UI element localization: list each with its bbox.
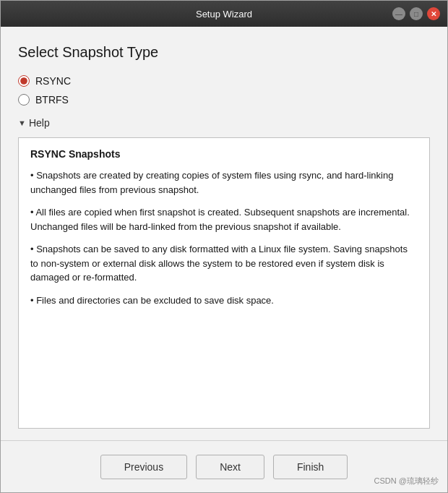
previous-button[interactable]: Previous <box>100 455 187 479</box>
snapshot-type-radio-group: RSYNC BTRFS <box>18 75 430 106</box>
setup-wizard-window: Setup Wizard — □ ✕ Select Snapshot Type … <box>0 0 448 493</box>
watermark: CSDN @琉璃轻纱 <box>374 476 439 486</box>
btrfs-radio-label[interactable]: BTRFS <box>18 94 430 106</box>
titlebar-controls: — □ ✕ <box>392 7 440 20</box>
btrfs-radio-input[interactable] <box>18 94 30 106</box>
help-box: RSYNC Snapshots • Snapshots are created … <box>18 137 430 429</box>
rsync-radio-label[interactable]: RSYNC <box>18 75 430 87</box>
page-title: Select Snapshot Type <box>18 44 430 61</box>
finish-button[interactable]: Finish <box>273 455 348 479</box>
footer: Previous Next Finish CSDN @琉璃轻纱 <box>1 440 447 492</box>
minimize-button[interactable]: — <box>392 7 405 20</box>
help-box-title: RSYNC Snapshots <box>30 148 418 160</box>
maximize-icon: □ <box>414 10 418 18</box>
close-button[interactable]: ✕ <box>427 7 440 20</box>
finish-label: Finish <box>297 461 324 473</box>
help-toggle[interactable]: ▼ Help <box>18 117 50 129</box>
next-button[interactable]: Next <box>196 455 264 479</box>
help-paragraph-1: • Snapshots are created by creating copi… <box>30 168 418 197</box>
help-paragraph-3: • Snapshots can be saved to any disk for… <box>30 242 418 285</box>
next-label: Next <box>220 461 241 473</box>
help-arrow-icon: ▼ <box>18 119 26 127</box>
minimize-icon: — <box>395 10 402 18</box>
close-icon: ✕ <box>431 10 436 18</box>
titlebar-title: Setup Wizard <box>196 9 252 20</box>
previous-label: Previous <box>124 461 163 473</box>
titlebar: Setup Wizard — □ ✕ <box>1 1 447 27</box>
main-content: Select Snapshot Type RSYNC BTRFS ▼ Help … <box>1 27 447 440</box>
rsync-label-text: RSYNC <box>35 75 71 87</box>
maximize-button[interactable]: □ <box>410 7 423 20</box>
help-paragraph-2: • All files are copied when first snapsh… <box>30 205 418 233</box>
btrfs-label-text: BTRFS <box>35 94 69 106</box>
help-paragraph-4: • Files and directories can be excluded … <box>30 293 418 308</box>
rsync-radio-input[interactable] <box>18 75 30 87</box>
help-toggle-label: Help <box>29 117 50 129</box>
